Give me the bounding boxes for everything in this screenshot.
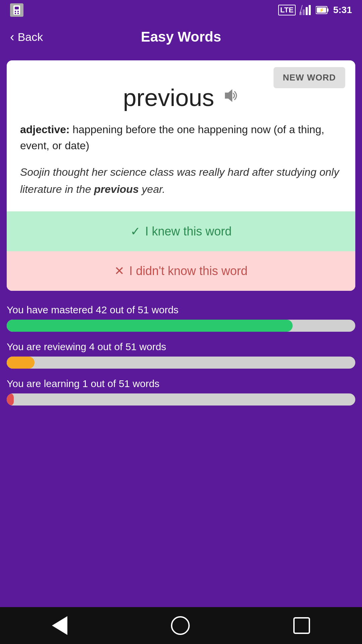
svg-rect-8: [306, 7, 308, 15]
card-content: NEW WORD previous adjective: happening b…: [7, 60, 355, 211]
svg-rect-2: [15, 11, 16, 12]
reviewing-stat: You are reviewing 4 out of 51 words: [7, 341, 355, 369]
nav-back-icon: [52, 616, 67, 635]
didnt-know-label: I didn't know this word: [129, 264, 247, 278]
svg-rect-3: [17, 11, 19, 12]
nav-home-icon: [171, 616, 190, 635]
reviewing-progress-fill: [7, 357, 35, 369]
battery-icon: ⚡: [316, 6, 329, 14]
svg-rect-4: [15, 13, 16, 14]
svg-rect-12: [327, 8, 328, 12]
learning-stat: You are learning 1 out of 51 words: [7, 378, 355, 406]
learning-progress-fill: [7, 393, 14, 406]
mastered-label: You have mastered 42 out of 51 words: [7, 304, 355, 316]
svg-rect-5: [17, 13, 19, 14]
word-display: previous: [123, 84, 214, 111]
svg-rect-1: [15, 7, 19, 9]
stats-section: You have mastered 42 out of 51 words You…: [0, 291, 362, 406]
knew-button[interactable]: ✓ I knew this word: [7, 211, 355, 251]
reviewing-label: You are reviewing 4 out of 51 words: [7, 341, 355, 353]
example-highlight: previous: [94, 183, 139, 195]
nav-recent-icon: [293, 617, 310, 634]
cross-icon: ✕: [114, 264, 124, 278]
svg-text:⚡: ⚡: [319, 7, 324, 12]
bottom-navigation: [0, 607, 362, 644]
didnt-know-button[interactable]: ✕ I didn't know this word: [7, 251, 355, 291]
word-definition: adjective: happening before the one happ…: [20, 121, 342, 154]
reviewing-progress-bg: [7, 357, 355, 369]
word-example: Soojin thought her science class was rea…: [20, 164, 342, 198]
nav-home-button[interactable]: [171, 616, 190, 635]
knew-label: I knew this word: [145, 224, 232, 238]
word-card: NEW WORD previous adjective: happening b…: [7, 60, 355, 291]
status-right: LTE ⚡ 5:31: [278, 5, 352, 15]
sim-card-icon: [10, 3, 23, 17]
svg-rect-7: [303, 9, 305, 15]
back-button[interactable]: ‹ Back: [10, 30, 43, 44]
header: ‹ Back Easy Words: [0, 20, 362, 54]
learning-label: You are learning 1 out of 51 words: [7, 378, 355, 389]
speaker-icon[interactable]: [221, 87, 239, 109]
mastered-progress-bg: [7, 320, 355, 332]
checkmark-icon: ✓: [130, 224, 140, 238]
back-label: Back: [18, 31, 43, 44]
mastered-stat: You have mastered 42 out of 51 words: [7, 304, 355, 332]
nav-back-button[interactable]: [52, 616, 67, 635]
lte-badge: LTE: [278, 5, 296, 15]
page-title: Easy Words: [141, 29, 221, 45]
word-type: adjective:: [20, 123, 70, 136]
mastered-progress-fill: [7, 320, 293, 332]
nav-recent-button[interactable]: [293, 617, 310, 634]
new-word-button[interactable]: NEW WORD: [274, 67, 345, 88]
learning-progress-bg: [7, 393, 355, 406]
svg-marker-15: [225, 89, 232, 102]
back-arrow-icon: ‹: [10, 30, 14, 44]
status-bar: LTE ⚡ 5:31: [0, 0, 362, 20]
status-left: [10, 3, 23, 17]
status-time: 5:31: [333, 5, 352, 15]
svg-rect-9: [309, 5, 311, 15]
signal-icon: [300, 5, 312, 15]
